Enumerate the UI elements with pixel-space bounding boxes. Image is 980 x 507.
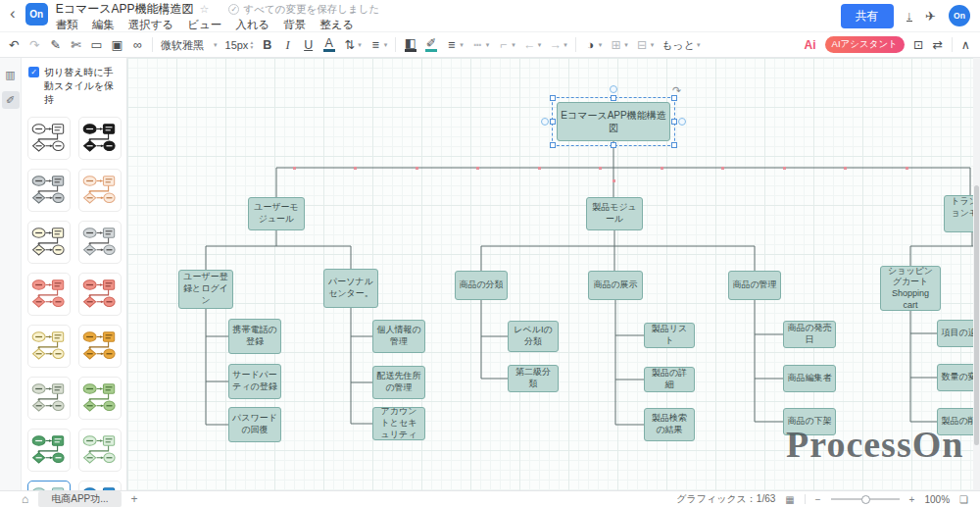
fullscreen-icon[interactable]: ❏ <box>959 492 968 507</box>
connector-style-button[interactable]: ⌐▾ <box>497 37 515 53</box>
style-panel-icon[interactable]: ✐ <box>2 91 20 109</box>
zoom-in-button[interactable]: + <box>909 492 915 507</box>
diagram-node-shopping-cart[interactable]: ショッピングカートShopping cart <box>880 266 941 311</box>
style-thumbnail-blue-filled[interactable] <box>78 481 122 490</box>
style-thumbnail-pale-yellow-dark[interactable] <box>27 221 71 264</box>
menu-item-0[interactable]: 書類 <box>56 18 78 32</box>
style-thumbnail-light-green[interactable] <box>78 377 122 420</box>
diagram-node-product-release-date[interactable]: 商品の発売日 <box>783 321 836 348</box>
line-width-button[interactable]: ≡▾ <box>445 37 464 53</box>
line-color-button[interactable]: ✐ <box>424 37 437 52</box>
theme-button[interactable]: ◑▾ <box>584 37 603 53</box>
find-shape-icon[interactable]: ⊡ <box>913 37 923 53</box>
back-button[interactable]: ‹ <box>8 0 18 28</box>
menu-item-4[interactable]: 入れる <box>235 18 270 32</box>
zoom-slider[interactable] <box>831 498 900 500</box>
diagram-node-thirdparty-register[interactable]: サードパーティの登録 <box>228 364 281 399</box>
insert-shape-button[interactable]: ▭ <box>90 37 103 53</box>
diagram-node-account-security[interactable]: アカウントとセキュリティ <box>372 407 425 440</box>
diagram-node-personal-info[interactable]: 個人情報の管理 <box>372 320 425 353</box>
favorite-star-icon[interactable]: ☆ <box>200 3 210 16</box>
panel-toggle-icon[interactable]: ▥ <box>2 66 20 83</box>
distribute-objects-button[interactable]: ⊟▾ <box>636 37 655 53</box>
diagram-node-personal-center[interactable]: パーソナルセンター。 <box>323 269 378 308</box>
checkbox-checked-icon[interactable]: ✓ <box>28 67 39 77</box>
diagram-node-product-manage[interactable]: 商品の管理 <box>728 271 781 300</box>
menu-item-5[interactable]: 背景 <box>283 18 306 32</box>
style-thumbnail-white-outline[interactable] <box>27 117 71 160</box>
arrow-end-button[interactable]: →▾ <box>549 37 567 53</box>
style-thumbnail-pale-yellow[interactable] <box>27 325 71 368</box>
diagram-node-product-list[interactable]: 製品リスト <box>644 323 695 348</box>
download-icon[interactable]: ↓ <box>906 10 913 22</box>
style-thumbnail-black-filled[interactable] <box>78 117 122 160</box>
style-thumbnail-salmon-deep[interactable] <box>78 273 122 316</box>
diagram-node-address-manage[interactable]: 配送先住所の管理 <box>372 366 425 399</box>
diagram-node-product-detail[interactable]: 製品の詳細 <box>644 367 695 392</box>
share-button[interactable]: 共有 <box>841 4 894 28</box>
diagram-node-product-category[interactable]: 商品の分類 <box>455 271 508 300</box>
diagram-node-product-delist[interactable]: 商品の下架 <box>783 408 836 435</box>
fill-color-button[interactable]: ◧ <box>404 37 416 52</box>
diagram-node-user-register-login[interactable]: ユーザー登録とログイン <box>178 270 233 309</box>
zoom-slider-knob[interactable] <box>861 495 870 504</box>
style-thumbnail-gray-soft[interactable] <box>78 221 122 264</box>
menu-item-1[interactable]: 編集 <box>92 18 115 32</box>
insert-image-button[interactable]: ▣ <box>111 37 123 53</box>
diagram-node-product-module[interactable]: 製品モジュール <box>586 197 643 230</box>
user-avatar[interactable]: On <box>949 5 970 26</box>
rotate-handle-icon[interactable]: ↷ <box>672 84 681 97</box>
style-thumbnail-amber[interactable] <box>78 325 122 368</box>
font-size-stepper[interactable]: ▴▾ <box>250 40 253 50</box>
style-thumbnail-peach-outline[interactable] <box>78 169 122 212</box>
undo-button[interactable]: ↶ <box>8 37 21 53</box>
menu-item-3[interactable]: ビュー <box>187 18 221 32</box>
diagram-node-phone-register[interactable]: 携帯電話の登録 <box>228 319 281 354</box>
font-family-button[interactable]: 微软雅黑▾ <box>161 37 218 53</box>
line-height-button[interactable]: ⇅▾ <box>343 37 362 53</box>
style-thumbnail-green-filled[interactable] <box>27 429 71 472</box>
diagram-node-level1-category[interactable]: レベルIの分類 <box>508 321 559 352</box>
zoom-out-button[interactable]: − <box>815 492 821 507</box>
diagram-node-product-editor[interactable]: 商品編集者 <box>783 365 836 392</box>
quick-add-handle-right[interactable] <box>678 118 686 126</box>
style-thumbnail-salmon[interactable] <box>27 273 71 316</box>
diagram-node-level2-category[interactable]: 第二級分類 <box>508 365 559 392</box>
italic-button[interactable]: I <box>281 37 294 53</box>
diagram-node-user-module[interactable]: ユーザーモジュール <box>248 197 305 230</box>
quick-add-handle-top[interactable] <box>610 85 617 93</box>
home-icon[interactable]: ⌂ <box>22 492 28 507</box>
diagram-node-product-search-result[interactable]: 製品検索の結果 <box>644 408 695 441</box>
scrollbar-thumb[interactable] <box>974 185 979 445</box>
diagram-node-product-display[interactable]: 商品の展示 <box>588 271 643 300</box>
font-size-button[interactable]: 15px▴▾ <box>225 37 254 53</box>
collapse-toolbar-icon[interactable]: ∧ <box>961 37 970 53</box>
format-eraser-button[interactable]: ✄ <box>70 37 82 53</box>
share-flow-icon[interactable]: ⇄ <box>932 37 942 53</box>
line-style-button[interactable]: ┅▾ <box>471 37 490 53</box>
style-thumbnail-pale-green[interactable] <box>78 429 122 472</box>
overview-icon[interactable]: ▦ <box>785 492 794 507</box>
processon-logo[interactable]: On <box>25 3 48 25</box>
vertical-scrollbar[interactable] <box>973 58 980 490</box>
add-sheet-button[interactable]: + <box>131 492 138 507</box>
style-thumbnail-teal[interactable] <box>27 481 71 490</box>
menu-item-2[interactable]: 選択する <box>128 18 174 32</box>
more-button[interactable]: もっと▾ <box>662 37 700 53</box>
redo-button[interactable]: ↷ <box>28 37 41 53</box>
ai-assistant-button[interactable]: AIアシスタント <box>825 36 905 53</box>
align-objects-button[interactable]: ⊞▾ <box>610 37 628 53</box>
bold-button[interactable]: B <box>261 37 273 53</box>
font-color-button[interactable]: A <box>322 37 335 52</box>
quick-add-handle-left[interactable] <box>541 118 549 126</box>
document-title[interactable]: EコマースAPP機能構造図 <box>56 1 194 18</box>
diagram-node-password-recover[interactable]: パスワードの回復 <box>228 407 281 442</box>
menu-item-6[interactable]: 整える <box>319 18 354 32</box>
insert-link-button[interactable]: ∞ <box>131 37 144 53</box>
arrow-start-button[interactable]: ←▾ <box>523 37 542 53</box>
underline-button[interactable]: U <box>302 37 315 53</box>
sheet-tab[interactable]: 电商APP功... <box>38 491 121 507</box>
style-thumbnail-gray-filled[interactable] <box>27 169 71 212</box>
send-icon[interactable]: ✈ <box>925 9 936 24</box>
text-align-button[interactable]: ≡▾ <box>369 37 388 53</box>
